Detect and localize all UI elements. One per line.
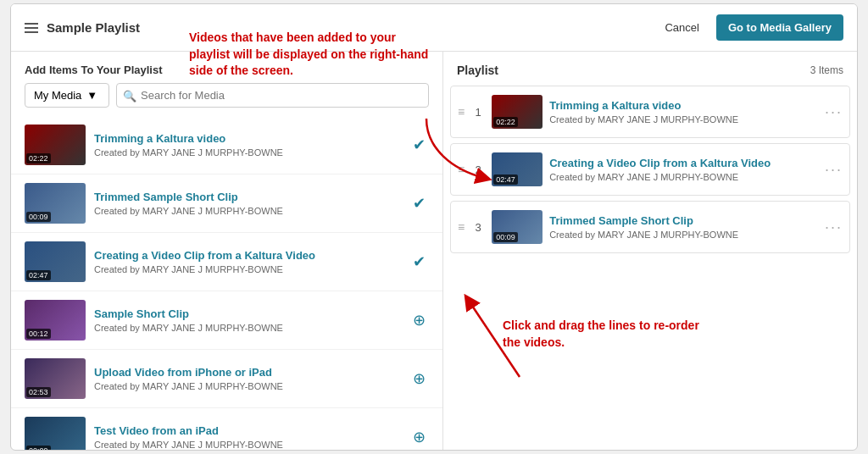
item-info: Trimmed Sample Short Clip Created by MAR…: [94, 191, 400, 216]
drag-handle-icon[interactable]: ≡: [458, 105, 465, 119]
chevron-down-icon: ▼: [86, 89, 97, 102]
playlist-item: ≡ 1 02:22 Trimming a Kaltura video Creat…: [450, 86, 850, 138]
duration-badge: 00:12: [26, 329, 51, 339]
item-creator: Created by MARY JANE J MURPHY-BOWNE: [549, 172, 818, 182]
main-content: Add Items To Your Playlist My Media ▼ 🔍 …: [11, 52, 857, 450]
item-title[interactable]: Creating a Video Clip from a Kaltura Vid…: [94, 249, 400, 262]
item-title[interactable]: Trimming a Kaltura video: [94, 132, 400, 145]
thumbnail: 00:09: [25, 183, 86, 224]
duration-badge: 02:22: [493, 117, 518, 127]
thumbnail: 00:12: [25, 300, 86, 340]
playlist-title: Playlist: [457, 64, 498, 77]
thumbnail: 02:22: [25, 125, 86, 165]
item-title[interactable]: Trimmed Sample Short Clip: [94, 191, 400, 203]
add-button[interactable]: ⊕: [409, 368, 429, 389]
playlist-header: Playlist 3 Items: [443, 52, 857, 86]
more-options-button[interactable]: ···: [825, 219, 843, 236]
hamburger-icon[interactable]: [25, 23, 38, 33]
media-gallery-button[interactable]: Go to Media Gallery: [716, 14, 843, 41]
thumbnail: 02:53: [25, 358, 86, 399]
header-left: Sample Playlist: [25, 20, 140, 35]
playlist-item: ≡ 2 02:47 Creating a Video Clip from a K…: [450, 143, 850, 196]
dropdown-value: My Media: [34, 89, 81, 102]
thumbnail: 00:09: [492, 210, 542, 244]
list-item: 00:09 Test Video from an iPad Created by…: [11, 408, 442, 450]
added-checkmark[interactable]: ✔: [409, 135, 429, 155]
list-item: 02:47 Creating a Video Clip from a Kaltu…: [11, 233, 442, 291]
add-button[interactable]: ⊕: [409, 310, 429, 330]
header: Sample Playlist Cancel Go to Media Galle…: [11, 4, 857, 52]
item-creator: Created by MARY JANE J MURPHY-BOWNE: [94, 264, 400, 274]
item-info: Creating a Video Clip from a Kaltura Vid…: [549, 157, 818, 182]
playlist-item: ≡ 3 00:09 Trimmed Sample Short Clip Crea…: [450, 201, 850, 253]
item-info: Test Video from an iPad Created by MARY …: [94, 424, 400, 450]
duration-badge: 02:22: [26, 153, 51, 163]
item-creator: Created by MARY JANE J MURPHY-BOWNE: [94, 323, 400, 333]
item-creator: Created by MARY JANE J MURPHY-BOWNE: [94, 206, 400, 216]
item-creator: Created by MARY JANE J MURPHY-BOWNE: [94, 381, 400, 391]
left-panel: Add Items To Your Playlist My Media ▼ 🔍 …: [11, 52, 443, 450]
thumbnail: 00:09: [25, 417, 86, 450]
media-list: 02:22 Trimming a Kaltura video Created b…: [11, 116, 442, 450]
header-right: Cancel Go to Media Gallery: [656, 14, 843, 41]
item-title[interactable]: Trimming a Kaltura video: [549, 99, 818, 112]
list-item: 02:53 Upload Video from iPhone or iPad C…: [11, 350, 442, 408]
item-number: 2: [471, 163, 485, 176]
list-item: 00:12 Sample Short Clip Created by MARY …: [11, 291, 442, 350]
item-title[interactable]: Creating a Video Clip from a Kaltura Vid…: [549, 157, 818, 169]
item-number: 3: [471, 221, 485, 234]
duration-badge: 00:09: [26, 446, 51, 450]
drag-handle-icon[interactable]: ≡: [458, 220, 465, 234]
more-options-button[interactable]: ···: [825, 161, 843, 179]
search-icon: 🔍: [123, 89, 136, 102]
item-info: Creating a Video Clip from a Kaltura Vid…: [94, 249, 400, 274]
item-info: Trimmed Sample Short Clip Created by MAR…: [549, 214, 818, 240]
duration-badge: 02:53: [26, 387, 51, 397]
item-title[interactable]: Upload Video from iPhone or iPad: [94, 366, 400, 379]
list-item: 02:22 Trimming a Kaltura video Created b…: [11, 116, 442, 174]
thumbnail: 02:22: [492, 95, 542, 129]
right-panel: Playlist 3 Items ≡ 1 02:22 Trimming a Ka…: [443, 52, 857, 450]
search-input[interactable]: [116, 83, 429, 108]
add-button[interactable]: ⊕: [409, 427, 429, 447]
item-info: Trimming a Kaltura video Created by MARY…: [549, 99, 818, 125]
item-creator: Created by MARY JANE J MURPHY-BOWNE: [549, 230, 818, 240]
playlist-count: 3 Items: [810, 64, 843, 76]
cancel-button[interactable]: Cancel: [656, 16, 707, 39]
search-wrapper: 🔍: [116, 83, 429, 108]
app-window: Sample Playlist Cancel Go to Media Galle…: [10, 3, 858, 451]
left-panel-title: Add Items To Your Playlist: [11, 52, 442, 83]
item-title[interactable]: Trimmed Sample Short Clip: [549, 214, 818, 227]
drag-handle-icon[interactable]: ≡: [458, 163, 465, 176]
list-item: 00:09 Trimmed Sample Short Clip Created …: [11, 174, 442, 233]
thumbnail: 02:47: [25, 241, 86, 282]
added-checkmark[interactable]: ✔: [409, 193, 429, 213]
duration-badge: 02:47: [493, 174, 518, 185]
item-creator: Created by MARY JANE J MURPHY-BOWNE: [94, 147, 400, 158]
item-number: 1: [471, 106, 485, 119]
item-info: Trimming a Kaltura video Created by MARY…: [94, 132, 400, 158]
item-info: Upload Video from iPhone or iPad Created…: [94, 366, 400, 391]
duration-badge: 00:09: [493, 232, 518, 242]
item-info: Sample Short Clip Created by MARY JANE J…: [94, 307, 400, 333]
item-title[interactable]: Sample Short Clip: [94, 307, 400, 320]
app-title: Sample Playlist: [47, 20, 140, 35]
thumbnail: 02:47: [492, 152, 542, 186]
media-filter-dropdown[interactable]: My Media ▼: [25, 83, 109, 108]
item-title[interactable]: Test Video from an iPad: [94, 424, 400, 437]
more-options-button[interactable]: ···: [825, 103, 843, 121]
added-checkmark[interactable]: ✔: [409, 252, 429, 272]
playlist-list: ≡ 1 02:22 Trimming a Kaltura video Creat…: [443, 86, 857, 450]
duration-badge: 02:47: [26, 270, 51, 280]
item-creator: Created by MARY JANE J MURPHY-BOWNE: [549, 114, 818, 125]
filter-row: My Media ▼ 🔍: [11, 83, 442, 116]
duration-badge: 00:09: [26, 212, 51, 222]
item-creator: Created by MARY JANE J MURPHY-BOWNE: [94, 440, 400, 450]
